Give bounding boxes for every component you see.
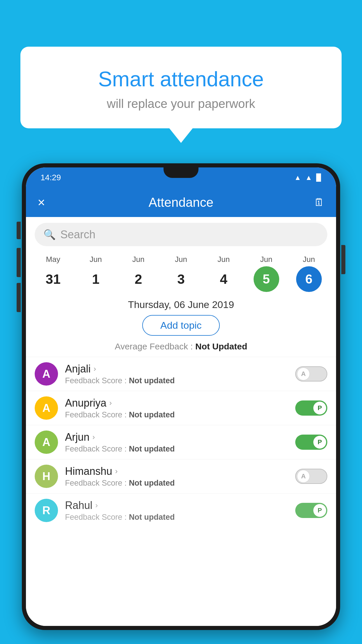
calendar-col-3[interactable]: Jun3: [160, 255, 202, 292]
student-item-himanshu[interactable]: HHimanshu ›Feedback Score : Not updatedA: [26, 459, 336, 493]
cal-month-0: May: [46, 255, 60, 264]
student-list: AAnjali ›Feedback Score : Not updatedAAA…: [26, 357, 336, 626]
attendance-toggle-anupriya[interactable]: P: [295, 400, 327, 416]
student-feedback-anupriya: Feedback Score : Not updated: [65, 410, 295, 419]
speech-bubble-subtitle: will replace your paperwork: [38, 97, 324, 111]
chevron-icon: ›: [109, 398, 112, 407]
student-item-anupriya[interactable]: AAnupriya ›Feedback Score : Not updatedP: [26, 391, 336, 425]
student-info-anupriya: Anupriya ›Feedback Score : Not updated: [65, 397, 295, 419]
phone-frame: 14:29 ▲ ▲ ▉ × Attendance 🗓 🔍 Search: [22, 163, 340, 630]
search-icon: 🔍: [43, 229, 56, 240]
cal-day-3[interactable]: 3: [168, 266, 194, 292]
student-info-anjali: Anjali ›Feedback Score : Not updated: [65, 363, 295, 385]
cal-month-2: Jun: [132, 255, 145, 264]
phone-container: 14:29 ▲ ▲ ▉ × Attendance 🗓 🔍 Search: [22, 163, 340, 644]
student-info-himanshu: Himanshu ›Feedback Score : Not updated: [65, 465, 295, 488]
cal-day-5[interactable]: 5: [254, 266, 279, 292]
student-name-arjun: Arjun ›: [65, 431, 295, 443]
search-bar[interactable]: 🔍 Search: [35, 223, 327, 246]
cal-day-31[interactable]: 31: [40, 266, 66, 292]
speech-bubble-wrapper: Smart attendance will replace your paper…: [20, 47, 342, 143]
avatar-anjali: A: [35, 362, 58, 386]
attendance-toggle-himanshu[interactable]: A: [295, 469, 327, 484]
cal-month-4: Jun: [217, 255, 230, 264]
calendar-col-31[interactable]: May31: [32, 255, 74, 292]
speech-bubble-title: Smart attendance: [38, 67, 324, 91]
avatar-himanshu: H: [35, 465, 58, 488]
chevron-icon: ›: [95, 501, 98, 510]
speech-bubble: Smart attendance will replace your paper…: [20, 47, 342, 128]
status-bar: 14:29 ▲ ▲ ▉: [26, 167, 336, 188]
calendar-col-4[interactable]: Jun4: [202, 255, 245, 292]
avg-feedback-label: Average Feedback :: [115, 342, 195, 351]
phone-screen: 14:29 ▲ ▲ ▉ × Attendance 🗓 🔍 Search: [26, 167, 336, 626]
calendar-col-6[interactable]: Jun6: [288, 255, 330, 292]
app-title: Attendance: [55, 195, 307, 210]
toggle-knob-arjun: P: [313, 436, 326, 449]
signal-icon: ▲: [305, 174, 312, 182]
cal-day-4[interactable]: 4: [211, 266, 236, 292]
speech-bubble-tail: [169, 128, 193, 143]
avatar-arjun: A: [35, 430, 58, 454]
calendar-col-5[interactable]: Jun5: [245, 255, 287, 292]
student-info-arjun: Arjun ›Feedback Score : Not updated: [65, 431, 295, 454]
cal-month-3: Jun: [175, 255, 187, 264]
student-name-anupriya: Anupriya ›: [65, 397, 295, 409]
chevron-icon: ›: [115, 467, 118, 476]
cal-day-2[interactable]: 2: [126, 266, 151, 292]
search-container: 🔍 Search: [26, 217, 336, 252]
toggle-knob-anjali: A: [297, 368, 310, 380]
search-input[interactable]: Search: [60, 228, 95, 241]
student-item-rahul[interactable]: RRahul ›Feedback Score : Not updatedP: [26, 493, 336, 527]
student-info-rahul: Rahul ›Feedback Score : Not updated: [65, 499, 295, 522]
selected-date: Thursday, 06 June 2019: [26, 292, 336, 315]
student-item-arjun[interactable]: AArjun ›Feedback Score : Not updatedP: [26, 425, 336, 459]
phone-power-button: [341, 245, 345, 274]
status-icons: ▲ ▲ ▉: [294, 174, 321, 182]
phone-mute-button: [17, 222, 21, 239]
phone-volume-down-button: [17, 283, 21, 312]
chevron-icon: ›: [94, 364, 96, 373]
student-name-anjali: Anjali ›: [65, 363, 295, 375]
cal-month-6: Jun: [303, 255, 315, 264]
student-feedback-rahul: Feedback Score : Not updated: [65, 513, 295, 522]
battery-icon: ▉: [316, 174, 321, 182]
calendar-row: May31Jun1Jun2Jun3Jun4Jun5Jun6: [26, 252, 336, 292]
toggle-knob-himanshu: A: [297, 470, 310, 483]
cal-month-1: Jun: [89, 255, 102, 264]
chevron-icon: ›: [92, 433, 95, 442]
student-item-anjali[interactable]: AAnjali ›Feedback Score : Not updatedA: [26, 357, 336, 391]
cal-day-6[interactable]: 6: [296, 266, 322, 292]
attendance-toggle-rahul[interactable]: P: [295, 503, 327, 518]
student-name-rahul: Rahul ›: [65, 499, 295, 512]
toggle-knob-rahul: P: [313, 504, 326, 517]
student-name-himanshu: Himanshu ›: [65, 465, 295, 477]
attendance-toggle-arjun[interactable]: P: [295, 435, 327, 450]
student-feedback-himanshu: Feedback Score : Not updated: [65, 479, 295, 488]
calendar-col-1[interactable]: Jun1: [74, 255, 117, 292]
avatar-anupriya: A: [35, 396, 58, 420]
wifi-icon: ▲: [294, 174, 301, 182]
cal-day-1[interactable]: 1: [83, 266, 108, 292]
close-button[interactable]: ×: [38, 195, 55, 210]
toggle-knob-anupriya: P: [313, 402, 326, 414]
calendar-icon[interactable]: 🗓: [307, 196, 324, 209]
cal-month-5: Jun: [260, 255, 273, 264]
app-bar: × Attendance 🗓: [26, 188, 336, 217]
phone-notch: [164, 167, 198, 178]
avg-feedback: Average Feedback : Not Updated: [26, 342, 336, 357]
avg-feedback-value: Not Updated: [195, 342, 247, 351]
status-time: 14:29: [41, 173, 61, 182]
avatar-rahul: R: [35, 499, 58, 522]
phone-volume-up-button: [17, 248, 21, 277]
student-feedback-arjun: Feedback Score : Not updated: [65, 444, 295, 454]
add-topic-button[interactable]: Add topic: [142, 315, 220, 336]
attendance-toggle-anjali[interactable]: A: [295, 366, 327, 382]
student-feedback-anjali: Feedback Score : Not updated: [65, 376, 295, 385]
content-area: Thursday, 06 June 2019 Add topic Average…: [26, 292, 336, 626]
calendar-col-2[interactable]: Jun2: [117, 255, 160, 292]
